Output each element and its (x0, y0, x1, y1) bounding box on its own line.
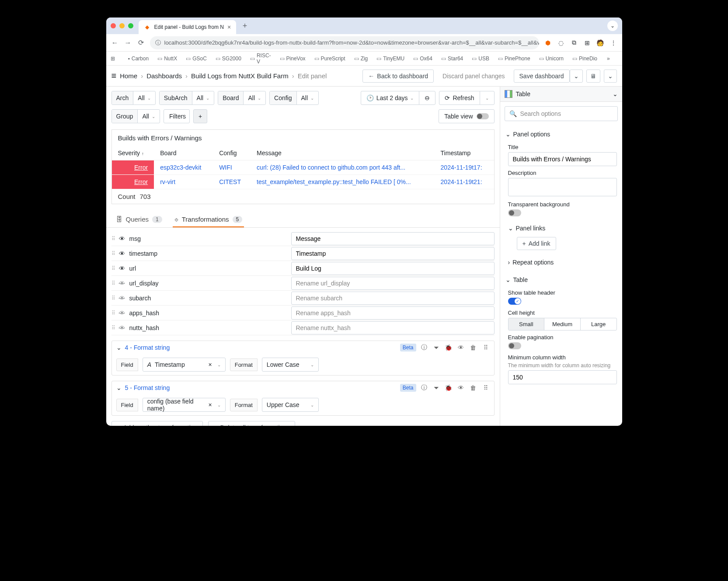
format-select[interactable]: Upper Case⌄ (262, 398, 319, 412)
menu-icon[interactable]: ≡ (111, 71, 117, 81)
col-board[interactable]: Board (154, 146, 213, 160)
visibility-icon[interactable]: 👁 (456, 344, 465, 351)
rename-input[interactable] (291, 247, 495, 260)
rename-input[interactable] (291, 321, 495, 334)
delete-icon[interactable]: 🗑 (469, 384, 477, 391)
forward-icon[interactable]: → (124, 39, 132, 47)
add-transformation-button[interactable]: + Add another transformation (111, 421, 203, 426)
visibility-toggle[interactable]: 👁 (119, 235, 125, 242)
extension-icon[interactable]: ◌ (557, 38, 565, 47)
table-row[interactable]: Error esp32c3-devkit WIFI curl: (28) Fai… (112, 160, 494, 175)
drag-handle-icon[interactable]: ⠿ (111, 310, 115, 316)
panel-options-header[interactable]: ⌄ Panel options (505, 128, 617, 140)
rename-input[interactable] (291, 232, 495, 245)
bookmark-item[interactable]: ▭ Zig (352, 54, 371, 63)
extension-icon[interactable]: ⊞ (583, 38, 592, 47)
bookmark-item[interactable]: ▭ SG2000 (213, 54, 244, 63)
visibility-toggle[interactable]: 👁 (119, 324, 125, 331)
visibility-toggle[interactable]: 👁 (119, 250, 125, 257)
panel-title-input[interactable] (508, 152, 617, 166)
visibility-icon[interactable]: 👁 (456, 384, 465, 391)
bookmark-item[interactable]: ▭ NuttX (155, 54, 180, 63)
min-width-input[interactable] (508, 370, 617, 384)
field-select[interactable]: A Timestamp ×⌄ (143, 358, 226, 372)
window-maximize[interactable] (128, 23, 133, 28)
drag-handle-icon[interactable]: ⠿ (481, 384, 490, 391)
url-input[interactable]: ⓘ localhost:3000/d/fe2bqg6uk7nr4a/build-… (150, 36, 539, 49)
table-row[interactable]: Error rv-virt CITEST test_example/test_e… (112, 175, 494, 189)
field-select[interactable]: config (base field name) ×⌄ (143, 398, 226, 412)
reload-icon[interactable]: ⟳ (137, 38, 146, 47)
breadcrumb-home[interactable]: Home (120, 72, 137, 80)
add-link-button[interactable]: + Add link (517, 237, 556, 250)
bookmark-item[interactable]: ▭ PinePhone (495, 54, 533, 63)
transparent-toggle[interactable] (508, 209, 521, 216)
tab-transformations[interactable]: ⟐ Transformations 5 (173, 212, 244, 227)
info-icon[interactable]: ⓘ (420, 344, 428, 351)
arch-filter[interactable]: Arch All⌄ (111, 91, 156, 105)
visualization-picker[interactable]: Table ⌄ (500, 87, 622, 102)
site-info-icon[interactable]: ⓘ (155, 39, 161, 47)
bookmark-item[interactable]: ▭ Unicorn (536, 54, 566, 63)
table-options-header[interactable]: ⌄ Table (505, 274, 617, 286)
window-minimize[interactable] (119, 23, 125, 28)
refresh-interval-picker[interactable]: ⌄ (480, 91, 495, 105)
cell-height-segment[interactable]: Small Medium Large (508, 318, 617, 331)
group-filter[interactable]: Group All⌄ (111, 109, 160, 123)
bookmark-item[interactable]: ▭ PineDio (570, 54, 600, 63)
format-select[interactable]: Lower Case⌄ (262, 358, 319, 372)
tab-close-icon[interactable]: × (227, 24, 231, 31)
refresh-button[interactable]: ⟳ Refresh (439, 91, 480, 105)
bookmark-item[interactable]: ▭ GSoC (183, 54, 209, 63)
time-range-picker[interactable]: 🕑 Last 2 days ⌄ (361, 91, 420, 105)
all-bookmarks[interactable]: ▭ All Bookmarks (620, 51, 622, 66)
delete-icon[interactable]: 🗑 (469, 344, 477, 351)
breadcrumb-dashboards[interactable]: Dashboards (146, 72, 182, 80)
tab-overflow-button[interactable]: ⌄ (607, 21, 618, 31)
profile-avatar[interactable]: 🧑 (596, 38, 605, 47)
bookmark-item[interactable]: ▭ Star64 (439, 54, 466, 63)
discard-changes-button[interactable]: Discard panel changes (437, 70, 510, 82)
visibility-toggle[interactable]: 👁 (119, 280, 125, 287)
drag-handle-icon[interactable]: ⠿ (111, 325, 115, 331)
bookmark-item[interactable]: ▭ USB (469, 54, 492, 63)
extension-icon[interactable]: ⬢ (543, 38, 552, 47)
panel-expand-icon[interactable]: ⌄ (604, 70, 617, 83)
visibility-toggle[interactable]: 👁 (119, 310, 125, 317)
repeat-options-header[interactable]: › Repeat options (508, 256, 617, 268)
drag-handle-icon[interactable]: ⠿ (111, 265, 115, 271)
drag-handle-icon[interactable]: ⠿ (481, 344, 490, 351)
browser-menu-icon[interactable]: ⋮ (609, 38, 618, 47)
rename-input[interactable] (291, 292, 495, 305)
browser-tab[interactable]: ◆ Edit panel - Build Logs from N × (139, 20, 237, 34)
window-close[interactable] (111, 23, 116, 28)
bookmark-overflow[interactable]: » (607, 56, 610, 62)
panel-links-header[interactable]: ⌄ Panel links (508, 222, 617, 234)
bookmark-item[interactable]: ▭ TinyEMU (374, 54, 407, 63)
save-dashboard-button[interactable]: Save dashboard (514, 70, 570, 83)
visibility-toggle[interactable]: 👁 (119, 265, 125, 272)
rename-input[interactable] (291, 262, 495, 275)
filters-button[interactable]: Filters (164, 109, 190, 123)
breadcrumb-dashboard[interactable]: Build Logs from NuttX Build Farm (191, 72, 289, 80)
add-filter-button[interactable]: + (193, 109, 207, 123)
info-icon[interactable]: ⓘ (420, 384, 428, 392)
back-icon[interactable]: ← (111, 39, 119, 47)
drag-handle-icon[interactable]: ⠿ (111, 280, 115, 286)
apps-icon[interactable]: ⊞ (111, 56, 115, 62)
col-message[interactable]: Message (251, 146, 434, 160)
bookmark-item[interactable]: ▭ Ox64 (411, 54, 435, 63)
new-tab-button[interactable]: + (239, 20, 251, 32)
rename-input[interactable] (291, 306, 495, 320)
config-filter[interactable]: Config All⌄ (269, 91, 319, 105)
visibility-toggle[interactable]: 👁 (119, 295, 125, 302)
filter-icon[interactable]: ⏷ (432, 384, 441, 391)
bookmark-item[interactable]: ▪ Carbon (125, 54, 152, 63)
subarch-filter[interactable]: SubArch All⌄ (159, 91, 214, 105)
bookmark-item[interactable]: ▭ PureScript (312, 54, 348, 63)
drag-handle-icon[interactable]: ⠿ (111, 250, 115, 257)
delete-transformations-button[interactable]: × Delete all transformations (208, 421, 295, 426)
panel-description-input[interactable] (508, 178, 617, 196)
col-config[interactable]: Config (213, 146, 251, 160)
zoom-out-button[interactable]: ⊖ (419, 91, 435, 105)
